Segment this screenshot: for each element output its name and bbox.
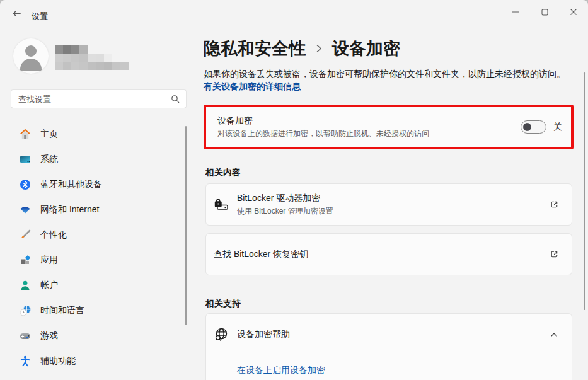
- sidebar-item-label: 应用: [40, 255, 58, 266]
- accessibility-icon: [19, 355, 32, 367]
- home-icon: [19, 128, 32, 141]
- sidebar-item-label: 个性化: [40, 229, 67, 241]
- system-icon: [19, 153, 32, 166]
- sidebar-item-network[interactable]: 网络和 Internet: [0, 197, 189, 222]
- sidebar-item-bluetooth[interactable]: 蓝牙和其他设备: [0, 172, 189, 197]
- titlebar: 设置: [0, 0, 588, 28]
- minimize-button[interactable]: [501, 0, 530, 24]
- sidebar-item-label: 蓝牙和其他设备: [40, 179, 102, 190]
- breadcrumb: 隐私和安全性 设备加密: [204, 37, 400, 60]
- bluetooth-icon: [19, 178, 32, 191]
- sidebar-item-accounts[interactable]: 帐户: [0, 273, 189, 298]
- learn-more-link[interactable]: 有关设备加密的详细信息: [204, 81, 301, 93]
- minimize-icon: [512, 8, 519, 16]
- back-button[interactable]: [8, 7, 25, 22]
- chevron-up-icon[interactable]: [545, 326, 563, 343]
- personalization-icon: [19, 229, 32, 241]
- accounts-icon: [19, 279, 32, 292]
- globe-search-icon: [213, 326, 229, 343]
- device-encryption-toggle[interactable]: [521, 120, 546, 134]
- sidebar-item-label: 辅助功能: [40, 355, 76, 367]
- main-scrollbar[interactable]: [584, 72, 585, 310]
- page-title: 设备加密: [332, 37, 400, 60]
- related-content-heading: 相关内容: [205, 167, 241, 178]
- avatar[interactable]: [13, 38, 49, 74]
- maximize-icon: [541, 9, 548, 16]
- search-icon[interactable]: [171, 95, 180, 103]
- sidebar-item-label: 时间和语言: [40, 305, 84, 316]
- username-redacted: [55, 45, 129, 70]
- search-box: [11, 89, 187, 108]
- enable-device-encryption-link[interactable]: 在设备上启用设备加密: [237, 365, 325, 375]
- sidebar-item-label: 系统: [40, 154, 58, 165]
- network-icon: [19, 204, 32, 216]
- device-encryption-help-expander: 设备加密帮助 在设备上启用设备加密: [205, 313, 572, 380]
- maximize-button[interactable]: [530, 0, 559, 24]
- sidebar-item-label: 主页: [40, 129, 58, 140]
- sidebar-item-label: 帐户: [40, 280, 58, 291]
- app-title: 设置: [32, 11, 48, 22]
- sidebar-scrollbar[interactable]: [185, 126, 187, 325]
- sidebar-item-accessibility[interactable]: 辅助功能: [0, 348, 189, 374]
- bitlocker-card-title: BitLocker 驱动器加密: [237, 193, 545, 204]
- sidebar-item-label: 游戏: [40, 330, 58, 342]
- time-language-icon: [19, 304, 32, 317]
- close-button[interactable]: [559, 0, 588, 24]
- sidebar-item-label: 网络和 Internet: [40, 204, 99, 216]
- sidebar-item-personalization[interactable]: 个性化: [0, 222, 189, 248]
- sidebar-item-apps[interactable]: 应用: [0, 248, 189, 273]
- device-encryption-title: 设备加密: [217, 115, 521, 127]
- sidebar-item-gaming[interactable]: 游戏: [0, 323, 189, 348]
- window-controls: [501, 0, 588, 24]
- find-bitlocker-recovery-key-card[interactable]: 查找 BitLocker 恢复密钥: [205, 233, 572, 275]
- search-input[interactable]: [11, 95, 171, 104]
- toggle-state-label: 关: [553, 122, 562, 133]
- sidebar-item-system[interactable]: 系统: [0, 147, 189, 172]
- apps-icon: [19, 254, 32, 267]
- sidebar-item-time-language[interactable]: 时间和语言: [0, 298, 189, 323]
- bitlocker-icon: [213, 197, 229, 212]
- external-link-icon[interactable]: [545, 197, 563, 213]
- expander-header[interactable]: 设备加密帮助: [206, 314, 572, 355]
- sidebar-nav: 主页 系统: [0, 122, 189, 374]
- back-arrow-icon: [12, 9, 21, 21]
- sidebar: 主页 系统: [0, 28, 195, 380]
- external-link-icon[interactable]: [545, 246, 563, 263]
- expander-title: 设备加密帮助: [237, 329, 545, 340]
- bitlocker-card-subtitle: 使用 BitLocker 管理加密设置: [237, 206, 545, 217]
- page-description: 如果你的设备丢失或被盗，设备加密可帮助保护你的文件和文件夹，以防止未经授权的访问…: [204, 67, 573, 81]
- device-encryption-subtitle: 对该设备上的数据进行加密，以帮助防止脱机、未经授权的访问: [217, 129, 521, 139]
- avatar-person-icon: [25, 45, 37, 57]
- breadcrumb-parent[interactable]: 隐私和安全性: [204, 37, 306, 60]
- settings-window: 设置: [0, 0, 588, 380]
- bitlocker-drive-encryption-card[interactable]: BitLocker 驱动器加密 使用 BitLocker 管理加密设置: [205, 183, 572, 226]
- gaming-icon: [19, 330, 32, 342]
- recovery-key-card-title: 查找 BitLocker 恢复密钥: [214, 249, 545, 260]
- device-encryption-card highlight-annotation: 设备加密 对该设备上的数据进行加密，以帮助防止脱机、未经授权的访问 关: [204, 105, 574, 149]
- chevron-right-icon: [314, 43, 323, 54]
- related-support-heading: 相关支持: [205, 298, 241, 309]
- sidebar-item-home[interactable]: 主页: [0, 122, 189, 147]
- close-icon: [570, 8, 577, 16]
